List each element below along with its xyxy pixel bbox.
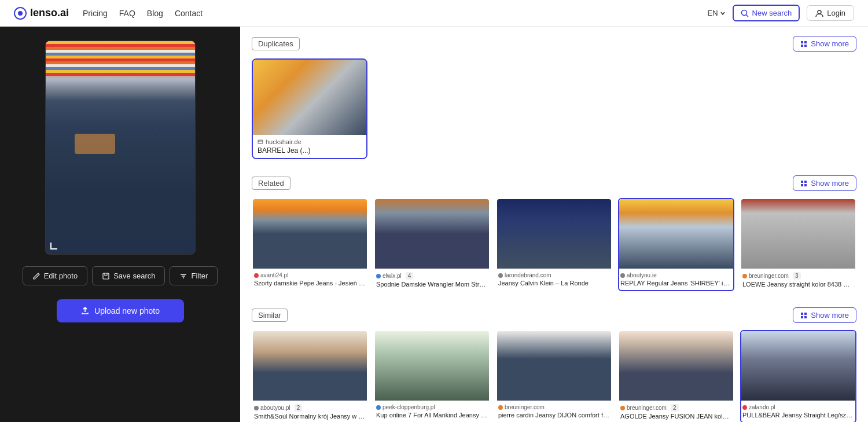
new-search-label: New search: [752, 9, 792, 17]
duplicates-label: Duplicates: [252, 37, 300, 50]
duplicates-show-more-label: Show more: [811, 39, 849, 48]
svg-rect-6: [801, 41, 803, 43]
source-dot-0: [254, 273, 259, 278]
similar-source-1: peek-cloppenburg.pl: [376, 404, 488, 410]
related-image-3: [619, 199, 733, 269]
related-image-4: [741, 199, 855, 269]
svg-rect-14: [804, 184, 807, 186]
filter-button[interactable]: Filter: [170, 266, 218, 285]
svg-rect-7: [804, 41, 807, 43]
related-show-more[interactable]: Show more: [793, 175, 856, 191]
related-meta-4: breuninger.com 3 LOEWE Jeansy straight k…: [741, 269, 855, 290]
new-search-button[interactable]: New search: [733, 5, 800, 21]
source-text: huckshair.de: [266, 138, 301, 145]
grid-icon2: [800, 180, 807, 187]
duplicates-show-more[interactable]: Show more: [793, 36, 856, 52]
related-source-1: elwix.pl 4: [376, 272, 488, 280]
related-card-3[interactable]: aboutyou.ie REPLAY Regular Jeans 'SHIRBE…: [618, 198, 734, 291]
related-meta-3: aboutyou.ie REPLAY Regular Jeans 'SHIRBE…: [619, 269, 733, 289]
related-grid: avanti24.pl Szorty damskie Pepe Jeans - …: [252, 198, 856, 291]
similar-card-0[interactable]: aboutyou.pl 2 Smith&Soul Normalny krój J…: [252, 330, 368, 422]
upload-icon: [80, 306, 90, 315]
similar-card-1[interactable]: peek-cloppenburg.pl Kup online 7 For All…: [374, 330, 490, 422]
related-source-4: breuninger.com 3: [742, 272, 854, 280]
similar-card-3[interactable]: breuninger.com 2 AGOLDE Jeansy FUSION JE…: [618, 330, 734, 422]
related-title-0: Szorty damskie Pepe Jeans - Jesień 2024 …: [254, 280, 366, 287]
duplicates-header: Duplicates Show more: [252, 36, 856, 52]
save-search-label: Save search: [113, 271, 155, 280]
login-button[interactable]: Login: [807, 5, 854, 21]
related-card-4[interactable]: breuninger.com 3 LOEWE Jeansy straight k…: [740, 198, 856, 291]
similar-header: Similar Show more: [252, 307, 856, 323]
source-text-s1: peek-cloppenburg.pl: [382, 404, 435, 410]
upload-new-photo-button[interactable]: Upload new photo: [57, 299, 184, 322]
lang-label: EN: [707, 9, 718, 17]
nav-blog[interactable]: Blog: [147, 9, 163, 18]
source-text-s0: aboutyou.pl: [260, 405, 290, 411]
edit-photo-button[interactable]: Edit photo: [23, 266, 88, 285]
save-search-button[interactable]: Save search: [92, 266, 165, 285]
related-section: Related Show more avanti24.pl: [252, 175, 856, 291]
source-dot-1: [376, 274, 381, 278]
source-dot-2: [498, 273, 503, 278]
similar-title-4: PULL&BEAR Jeansy Straight Leg/szaronie..…: [742, 412, 854, 419]
grid-icon3: [800, 312, 807, 319]
related-card-2[interactable]: larondebrand.com Jeansy Calvin Klein – L…: [496, 198, 612, 291]
navbar-left: lenso.ai Pricing FAQ Blog Contact: [14, 7, 203, 20]
nav-pricing[interactable]: Pricing: [83, 9, 108, 18]
related-meta-2: larondebrand.com Jeansy Calvin Klein – L…: [497, 269, 611, 289]
save-icon: [102, 272, 110, 280]
search-icon: [741, 9, 749, 17]
duplicate-meta: huckshair.de BARREL Jea (...): [253, 135, 366, 158]
similar-title-0: Smith&Soul Normalny krój Jeansy w k...: [254, 413, 366, 420]
language-selector[interactable]: EN: [707, 9, 725, 17]
duplicate-card[interactable]: huckshair.de BARREL Jea (...): [252, 58, 367, 159]
badge-s3: 2: [671, 404, 679, 412]
login-label: Login: [827, 9, 845, 17]
source-icon: [258, 139, 263, 145]
svg-rect-9: [804, 45, 807, 47]
svg-line-3: [746, 14, 748, 17]
edit-photo-label: Edit photo: [44, 271, 78, 280]
nav-right: EN New search Login: [707, 5, 854, 21]
svg-rect-8: [801, 45, 803, 47]
related-image-1: [375, 199, 489, 269]
similar-grid: aboutyou.pl 2 Smith&Soul Normalny krój J…: [252, 330, 856, 422]
related-title-3: REPLAY Regular Jeans 'SHIRBEY' in Blue .…: [620, 280, 732, 287]
duplicates-grid: huckshair.de BARREL Jea (...): [252, 58, 856, 159]
nav-contact[interactable]: Contact: [175, 9, 203, 18]
badge-s0: 2: [295, 404, 303, 412]
similar-image-4: [741, 331, 855, 401]
related-title-4: LOEWE Jeansy straight kolor 8438 wa...: [742, 281, 854, 288]
svg-rect-5: [103, 273, 109, 279]
source-dot-3: [620, 273, 625, 278]
similar-show-more[interactable]: Show more: [793, 307, 856, 323]
logo[interactable]: lenso.ai: [14, 7, 69, 20]
badge-1: 4: [406, 272, 414, 280]
source-text-s3: breuninger.com: [627, 405, 667, 411]
related-meta-0: avanti24.pl Szorty damskie Pepe Jeans - …: [253, 269, 367, 289]
similar-card-4[interactable]: zalando.pl PULL&BEAR Jeansy Straight Leg…: [740, 330, 856, 422]
similar-meta-0: aboutyou.pl 2 Smith&Soul Normalny krój J…: [253, 401, 367, 422]
logo-text: lenso.ai: [30, 7, 69, 19]
related-show-more-label: Show more: [811, 179, 849, 188]
corner-mark: [50, 243, 57, 249]
svg-rect-16: [804, 313, 807, 315]
nav-faq[interactable]: FAQ: [119, 9, 135, 18]
source-text-s2: breuninger.com: [505, 404, 545, 410]
similar-image-2: [497, 331, 611, 401]
related-label: Related: [252, 177, 290, 190]
related-card-0[interactable]: avanti24.pl Szorty damskie Pepe Jeans - …: [252, 198, 368, 291]
similar-title-2: pierre cardin Jeansy DIJON comfort fit k…: [498, 412, 610, 419]
source-dot-4: [742, 274, 747, 278]
source-text-0: avanti24.pl: [260, 272, 288, 278]
svg-rect-18: [804, 316, 807, 318]
related-card-1[interactable]: elwix.pl 4 Spodnie Damskie Wrangler Mom …: [374, 198, 490, 291]
similar-meta-3: breuninger.com 2 AGOLDE Jeansy FUSION JE…: [619, 401, 733, 422]
nav-links: Pricing FAQ Blog Contact: [83, 9, 203, 18]
related-source-3: aboutyou.ie: [620, 272, 732, 278]
similar-card-2[interactable]: breuninger.com pierre cardin Jeansy DIJO…: [496, 330, 612, 422]
upload-label: Upload new photo: [94, 306, 160, 315]
svg-rect-17: [801, 316, 803, 318]
edit-icon: [32, 272, 41, 280]
